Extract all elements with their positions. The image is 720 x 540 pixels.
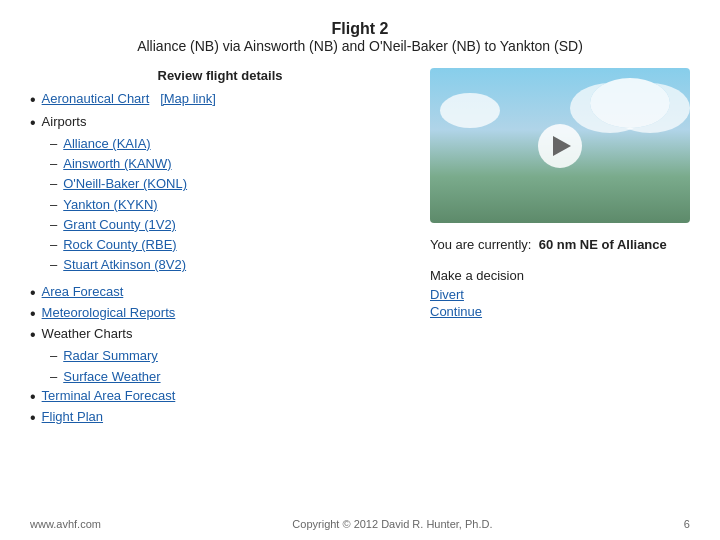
area-forecast-item: • Area Forecast: [30, 284, 410, 301]
location-value: 60 nm NE of Alliance: [539, 237, 667, 252]
airport-yankton[interactable]: Yankton (KYKN): [63, 196, 157, 214]
bullet-dot-1: •: [30, 92, 36, 108]
header: Flight 2 Alliance (NB) via Ainsworth (NB…: [30, 20, 690, 54]
play-button[interactable]: [538, 124, 582, 168]
review-title: Review flight details: [30, 68, 410, 83]
bullet-dot-3: •: [30, 285, 36, 301]
weather-charts-sub: – Radar Summary – Surface Weather: [50, 347, 410, 385]
airports-list: – Alliance (KAIA) – Ainsworth (KANW) – O…: [50, 135, 410, 274]
list-item: – O'Neill-Baker (KONL): [50, 175, 410, 193]
footer-page-number: 6: [684, 518, 690, 530]
cloud-decoration-2: [440, 93, 500, 128]
main-title: Flight 2: [30, 20, 690, 38]
footer-website: www.avhf.com: [30, 518, 101, 530]
list-item: – Rock County (RBE): [50, 236, 410, 254]
bullet-dot-7: •: [30, 410, 36, 426]
decision-section: Make a decision Divert Continue: [430, 268, 690, 321]
list-item: – Surface Weather: [50, 368, 410, 386]
airport-alliance[interactable]: Alliance (KAIA): [63, 135, 150, 153]
list-item: – Alliance (KAIA): [50, 135, 410, 153]
terminal-area-forecast-item: • Terminal Area Forecast: [30, 388, 410, 405]
make-decision-label: Make a decision: [430, 268, 690, 283]
airport-ainsworth[interactable]: Ainsworth (KANW): [63, 155, 171, 173]
bullet-dot-4: •: [30, 306, 36, 322]
divert-link[interactable]: Divert: [430, 287, 690, 302]
airport-rock-county[interactable]: Rock County (RBE): [63, 236, 176, 254]
main-subtitle: Alliance (NB) via Ainsworth (NB) and O'N…: [30, 38, 690, 54]
aeronautical-chart-link[interactable]: Aeronautical Chart: [42, 91, 150, 106]
radar-summary-link[interactable]: Radar Summary: [63, 347, 158, 365]
video-thumbnail[interactable]: [430, 68, 690, 223]
play-icon: [553, 136, 571, 156]
airports-label: Airports: [42, 114, 87, 129]
lower-bullets: • Area Forecast • Meteorological Reports…: [30, 284, 410, 425]
left-panel: Review flight details • Aeronautical Cha…: [30, 68, 410, 430]
footer: www.avhf.com Copyright © 2012 David R. H…: [0, 518, 720, 530]
location-prefix: You are currently:: [430, 237, 531, 252]
airports-section: • Airports – Alliance (KAIA) – Ainsworth…: [30, 114, 410, 274]
list-item: – Yankton (KYKN): [50, 196, 410, 214]
airport-stuart-atkinson[interactable]: Stuart Atkinson (8V2): [63, 256, 186, 274]
content-area: Review flight details • Aeronautical Cha…: [30, 68, 690, 430]
continue-link[interactable]: Continue: [430, 304, 690, 319]
airport-grant-county[interactable]: Grant County (1V2): [63, 216, 176, 234]
aeronautical-chart-section: • Aeronautical Chart [Map link]: [30, 91, 410, 108]
flight-plan-item: • Flight Plan: [30, 409, 410, 426]
flight-plan-link[interactable]: Flight Plan: [42, 409, 103, 424]
list-item: – Radar Summary: [50, 347, 410, 365]
cloud-decoration: [590, 78, 670, 128]
footer-copyright: Copyright © 2012 David R. Hunter, Ph.D.: [292, 518, 492, 530]
airport-oneil-baker[interactable]: O'Neill-Baker (KONL): [63, 175, 187, 193]
map-link[interactable]: [Map link]: [160, 91, 216, 106]
bullet-dot-6: •: [30, 389, 36, 405]
area-forecast-link[interactable]: Area Forecast: [42, 284, 124, 299]
list-item: – Stuart Atkinson (8V2): [50, 256, 410, 274]
right-panel: You are currently: 60 nm NE of Alliance …: [430, 68, 690, 430]
list-item: – Grant County (1V2): [50, 216, 410, 234]
location-info: You are currently: 60 nm NE of Alliance: [430, 237, 690, 252]
surface-weather-link[interactable]: Surface Weather: [63, 368, 160, 386]
list-item: – Ainsworth (KANW): [50, 155, 410, 173]
weather-charts-label: Weather Charts: [42, 326, 133, 341]
meteorological-reports-link[interactable]: Meteorological Reports: [42, 305, 176, 320]
slide-container: Flight 2 Alliance (NB) via Ainsworth (NB…: [0, 0, 720, 540]
met-reports-item: • Meteorological Reports: [30, 305, 410, 322]
bullet-dot-5: •: [30, 327, 36, 343]
bullet-dot-2: •: [30, 115, 36, 131]
terminal-area-forecast-link[interactable]: Terminal Area Forecast: [42, 388, 176, 403]
weather-charts-item: • Weather Charts: [30, 326, 410, 343]
